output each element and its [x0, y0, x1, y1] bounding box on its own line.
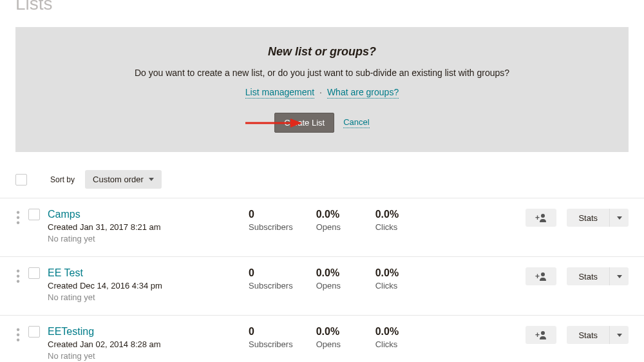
cancel-link[interactable]: Cancel [343, 117, 369, 128]
list-name-link[interactable]: Camps [48, 209, 80, 220]
metric-value: 0 [249, 267, 293, 279]
metric-value: 0.0% [316, 209, 352, 220]
prompt-title: New list or groups? [41, 45, 603, 59]
chevron-down-icon [617, 275, 622, 278]
metric-label: Opens [316, 222, 352, 232]
select-all-checkbox[interactable] [15, 174, 27, 186]
metric-label: Clicks [375, 281, 412, 291]
row-checkbox[interactable] [28, 209, 40, 220]
add-subscriber-button[interactable]: + [526, 267, 556, 285]
prompt-panel: New list or groups? Do you want to creat… [15, 27, 629, 152]
stats-dropdown-button[interactable] [609, 326, 629, 344]
link-list-management[interactable]: List management [245, 87, 314, 99]
metric-value: 0 [249, 326, 293, 338]
drag-handle-icon[interactable]: ••• [15, 326, 21, 343]
stats-button-group: Stats [567, 326, 629, 344]
metrics: 0 Subscribers 0.0% Opens 0.0% Clicks [249, 267, 412, 291]
toolbar: Sort by Custom order [0, 167, 644, 198]
chevron-down-icon [617, 216, 622, 220]
row-info: EE Test Created Dec 14, 2016 4:34 pm No … [48, 267, 241, 302]
created-text: Created Dec 14, 2016 4:34 pm [48, 281, 241, 291]
row-actions: + Stats [526, 326, 629, 344]
metric-clicks: 0.0% Clicks [375, 209, 412, 232]
chevron-down-icon [617, 334, 622, 337]
svg-point-5 [541, 272, 545, 276]
svg-marker-1 [290, 119, 302, 128]
list-row: ••• EE Test Created Dec 14, 2016 4:34 pm… [0, 256, 644, 315]
metric-value: 0 [249, 209, 293, 220]
stats-button-group: Stats [567, 267, 629, 285]
created-text: Created Jan 31, 2017 8:21 am [48, 222, 241, 232]
add-person-icon: + [535, 272, 547, 281]
metric-clicks: 0.0% Clicks [375, 267, 412, 291]
list-row: ••• Camps Created Jan 31, 2017 8:21 am N… [0, 198, 644, 256]
metric-value: 0.0% [316, 267, 352, 279]
link-what-are-groups[interactable]: What are groups? [327, 87, 399, 99]
row-actions: + Stats [526, 267, 629, 285]
add-subscriber-button[interactable]: + [526, 326, 556, 344]
sort-dropdown[interactable]: Custom order [85, 170, 162, 189]
stats-dropdown-button[interactable] [609, 209, 629, 227]
row-checkbox[interactable] [28, 267, 40, 279]
metric-label: Clicks [375, 339, 412, 349]
metric-label: Opens [316, 281, 352, 291]
row-actions: + Stats [526, 209, 629, 227]
row-checkbox[interactable] [28, 326, 40, 338]
drag-handle-icon[interactable]: ••• [15, 209, 21, 225]
svg-point-3 [541, 214, 545, 218]
drag-handle-icon[interactable]: ••• [15, 267, 21, 284]
metric-opens: 0.0% Opens [316, 326, 352, 349]
metric-subscribers: 0 Subscribers [249, 267, 293, 291]
metric-opens: 0.0% Opens [316, 209, 352, 232]
rating-text: No rating yet [48, 351, 241, 361]
annotation-arrow [244, 117, 302, 129]
row-info: Camps Created Jan 31, 2017 8:21 am No ra… [48, 209, 241, 243]
chevron-down-icon [149, 178, 154, 181]
add-subscriber-button[interactable]: + [526, 209, 556, 227]
metric-value: 0.0% [375, 267, 412, 279]
row-info: EETesting Created Jan 02, 2014 8:28 am N… [48, 326, 241, 361]
separator: · [319, 87, 322, 97]
prompt-text: Do you want to create a new list, or do … [41, 68, 603, 78]
stats-button[interactable]: Stats [567, 326, 609, 344]
metric-opens: 0.0% Opens [316, 267, 352, 291]
stats-button[interactable]: Stats [567, 267, 609, 285]
page-title: Lists [0, 0, 644, 14]
created-text: Created Jan 02, 2014 8:28 am [48, 339, 241, 349]
svg-text:+: + [535, 272, 540, 281]
svg-point-7 [541, 331, 545, 335]
rating-text: No rating yet [48, 292, 241, 302]
metric-value: 0.0% [375, 209, 412, 220]
stats-dropdown-button[interactable] [609, 267, 629, 285]
metric-label: Subscribers [249, 281, 293, 291]
metric-subscribers: 0 Subscribers [249, 326, 293, 349]
metric-subscribers: 0 Subscribers [249, 209, 293, 232]
metric-label: Clicks [375, 222, 412, 232]
metrics: 0 Subscribers 0.0% Opens 0.0% Clicks [249, 326, 412, 349]
list-name-link[interactable]: EE Test [48, 267, 83, 279]
prompt-links: List management · What are groups? [41, 87, 603, 97]
metric-value: 0.0% [375, 326, 412, 338]
list-name-link[interactable]: EETesting [48, 326, 94, 338]
stats-button[interactable]: Stats [567, 209, 609, 227]
svg-text:+: + [535, 213, 540, 222]
sort-dropdown-value: Custom order [93, 175, 144, 184]
sort-label: Sort by [50, 175, 75, 184]
prompt-actions: Create List Cancel [41, 113, 603, 133]
stats-button-group: Stats [567, 209, 629, 227]
add-person-icon: + [535, 330, 547, 339]
metrics: 0 Subscribers 0.0% Opens 0.0% Clicks [249, 209, 412, 232]
list-row: ••• EETesting Created Jan 02, 2014 8:28 … [0, 315, 644, 362]
metric-label: Subscribers [249, 339, 293, 349]
rating-text: No rating yet [48, 234, 241, 243]
metric-clicks: 0.0% Clicks [375, 326, 412, 349]
metric-label: Subscribers [249, 222, 293, 232]
metric-value: 0.0% [316, 326, 352, 338]
add-person-icon: + [535, 213, 547, 222]
metric-label: Opens [316, 339, 352, 349]
svg-text:+: + [535, 330, 540, 339]
